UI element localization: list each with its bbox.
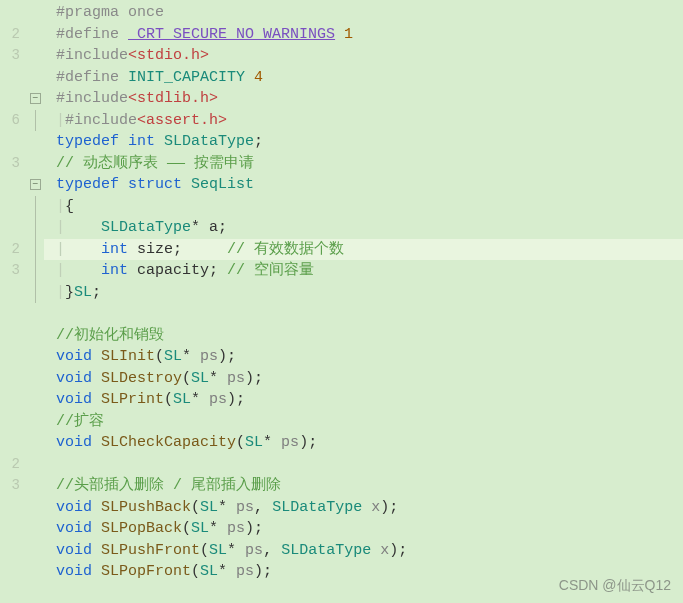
line-number: [0, 282, 26, 304]
code-line[interactable]: void SLPrint(SL* ps);: [44, 389, 683, 411]
code-line[interactable]: | SLDataType* a;: [44, 217, 683, 239]
line-number: 2: [0, 24, 26, 46]
token: ps: [209, 391, 227, 408]
token: (: [200, 542, 209, 559]
fold-collapse-icon[interactable]: −: [30, 179, 41, 190]
token: x: [380, 542, 389, 559]
code-line[interactable]: #define _CRT_SECURE_NO_WARNINGS 1: [44, 24, 683, 46]
token: SL: [191, 370, 209, 387]
token: );: [389, 542, 407, 559]
code-line[interactable]: [44, 454, 683, 476]
code-line[interactable]: |{: [44, 196, 683, 218]
line-number: 3: [0, 45, 26, 67]
token: #define: [56, 26, 119, 43]
code-line[interactable]: // 动态顺序表 —— 按需申请: [44, 153, 683, 175]
code-line[interactable]: |#include<assert.h>: [44, 110, 683, 132]
code-line[interactable]: //初始化和销毁: [44, 325, 683, 347]
fold-guide-icon: [35, 217, 36, 239]
token: [371, 542, 380, 559]
token: [92, 520, 101, 537]
token: SLDataType: [272, 499, 362, 516]
token: (: [164, 391, 173, 408]
token: ps: [236, 563, 254, 580]
line-number: [0, 368, 26, 390]
token: );: [380, 499, 398, 516]
token: SL: [173, 391, 191, 408]
code-line[interactable]: void SLPushBack(SL* ps, SLDataType x);: [44, 497, 683, 519]
token: void: [56, 348, 92, 365]
token: //初始化和销毁: [56, 327, 164, 344]
token: //扩容: [56, 413, 104, 430]
token: ps: [281, 434, 299, 451]
code-line[interactable]: | int size; // 有效数据个数: [44, 239, 683, 261]
line-number: [0, 389, 26, 411]
line-number: [0, 196, 26, 218]
token: [92, 370, 101, 387]
token: #include: [65, 112, 137, 129]
indent-guide: |: [56, 198, 65, 215]
token: ,: [263, 542, 281, 559]
code-line[interactable]: void SLPushFront(SL* ps, SLDataType x);: [44, 540, 683, 562]
code-line[interactable]: #include<stdio.h>: [44, 45, 683, 67]
code-line[interactable]: //扩容: [44, 411, 683, 433]
code-line[interactable]: void SLInit(SL* ps);: [44, 346, 683, 368]
token: [119, 69, 128, 86]
token: void: [56, 499, 92, 516]
token: ,: [254, 499, 272, 516]
code-line[interactable]: #define INIT_CAPACITY 4: [44, 67, 683, 89]
token: INIT_CAPACITY: [128, 69, 245, 86]
fold-guide-icon: [35, 110, 36, 132]
code-editor[interactable]: 23632323 −− #pragma once#define _CRT_SEC…: [0, 0, 683, 603]
fold-cell: [26, 346, 44, 368]
code-line[interactable]: #include<stdlib.h>: [44, 88, 683, 110]
code-line[interactable]: //头部插入删除 / 尾部插入删除: [44, 475, 683, 497]
token: void: [56, 563, 92, 580]
fold-cell: [26, 432, 44, 454]
token: [245, 69, 254, 86]
line-number: 3: [0, 475, 26, 497]
code-line[interactable]: typedef struct SeqList: [44, 174, 683, 196]
line-number: 3: [0, 153, 26, 175]
indent-guide: |: [56, 284, 65, 301]
token: (: [182, 520, 191, 537]
code-line[interactable]: void SLCheckCapacity(SL* ps);: [44, 432, 683, 454]
fold-cell: [26, 260, 44, 282]
fold-cell: [26, 540, 44, 562]
fold-cell: [26, 67, 44, 89]
code-line[interactable]: typedef int SLDataType;: [44, 131, 683, 153]
code-line[interactable]: | int capacity; // 空间容量: [44, 260, 683, 282]
token: ps: [236, 499, 254, 516]
token: [119, 26, 128, 43]
token: );: [254, 563, 272, 580]
token: SL: [200, 563, 218, 580]
token: *: [191, 391, 209, 408]
line-number: [0, 325, 26, 347]
fold-guide-icon: [35, 282, 36, 304]
code-line[interactable]: void SLPopBack(SL* ps);: [44, 518, 683, 540]
code-line[interactable]: void SLDestroy(SL* ps);: [44, 368, 683, 390]
fold-guide-icon: [35, 260, 36, 282]
token: {: [65, 198, 74, 215]
fold-cell: [26, 303, 44, 325]
token: [92, 348, 101, 365]
token: (: [191, 563, 200, 580]
code-area[interactable]: #pragma once#define _CRT_SECURE_NO_WARNI…: [44, 0, 683, 603]
token: );: [245, 520, 263, 537]
indent-guide: |: [56, 262, 65, 279]
token: (: [191, 499, 200, 516]
code-line[interactable]: [44, 303, 683, 325]
token: // 有效数据个数: [227, 241, 344, 258]
code-line[interactable]: |}SL;: [44, 282, 683, 304]
code-line[interactable]: #pragma once: [44, 2, 683, 24]
token: a: [209, 219, 218, 236]
token: void: [56, 542, 92, 559]
line-number: 2: [0, 454, 26, 476]
line-number: [0, 411, 26, 433]
token: [119, 176, 128, 193]
token: // 动态顺序表 —— 按需申请: [56, 155, 254, 172]
fold-collapse-icon[interactable]: −: [30, 93, 41, 104]
token: void: [56, 520, 92, 537]
token: <assert.h>: [137, 112, 227, 129]
fold-cell: [26, 368, 44, 390]
fold-cell: −: [26, 88, 44, 110]
